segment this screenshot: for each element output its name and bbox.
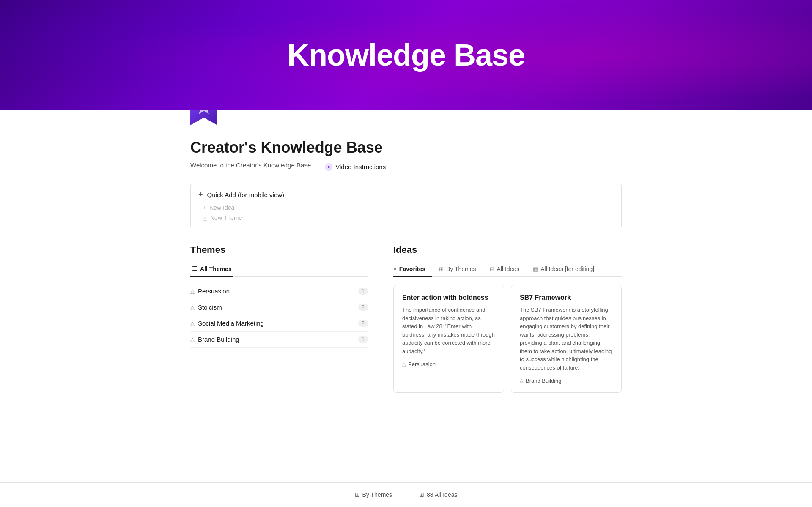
themes-tabs: ☰ All Themes [190, 262, 368, 277]
tag-triangle-icon-1: △ [520, 378, 523, 384]
ideas-tab-all-ideas[interactable]: ⊞ All Ideas [483, 262, 527, 277]
quick-add-new-theme[interactable]: △ New Theme [203, 214, 614, 221]
idea-card-title-1: SB7 Framework [520, 294, 613, 301]
quick-add-title: Quick Add (for mobile view) [207, 191, 285, 198]
ideas-tab-all-ideas-editing[interactable]: ▦ All Ideas [for editing] [526, 262, 601, 277]
triangle-icon: △ [190, 288, 195, 294]
idea-card-0[interactable]: Enter action with boldness The importanc… [393, 285, 504, 393]
themes-column: Themes ☰ All Themes △ Persuasion 1 [190, 244, 368, 393]
idea-card-title-0: Enter action with boldness [402, 294, 495, 301]
video-instructions-link[interactable]: Video Instructions [324, 163, 386, 171]
list-icon: ☰ [192, 266, 198, 272]
new-theme-label: New Theme [210, 214, 242, 221]
heart-icon: ♥ [393, 266, 397, 272]
theme-count-brand-building: 1 [358, 336, 368, 343]
themes-list: △ Persuasion 1 △ Stoicism 2 △ Social Med [190, 283, 368, 348]
ideas-tabs: ♥ Favorites ⊞ By Themes ⊞ All Ideas ▦ Al… [393, 262, 622, 277]
quick-add-header[interactable]: + Quick Add (for mobile view) [198, 190, 614, 199]
quick-add-new-idea[interactable]: + New Idea [203, 204, 614, 211]
ideas-section-title: Ideas [393, 244, 622, 255]
triangle-icon: △ [190, 320, 195, 326]
idea-card-tag-1: △ Brand Building [520, 378, 613, 384]
ideas-column: Ideas ♥ Favorites ⊞ By Themes ⊞ All Idea… [393, 244, 622, 393]
quick-add-section: + Quick Add (for mobile view) + New Idea… [190, 184, 622, 227]
all-ideas-tab-label: All Ideas [497, 266, 520, 272]
theme-count-social-media: 2 [358, 320, 368, 327]
quick-add-plus-icon: + [198, 190, 203, 199]
new-theme-triangle-icon: △ [203, 215, 207, 221]
ideas-tab-by-themes[interactable]: ⊞ By Themes [432, 262, 483, 277]
quick-add-items: + New Idea △ New Theme [198, 204, 614, 221]
new-idea-label: New Idea [209, 204, 234, 211]
idea-card-desc-1: The SB7 Framework is a storytelling appr… [520, 306, 613, 372]
theme-name-persuasion: △ Persuasion [190, 288, 230, 295]
two-col-layout: Themes ☰ All Themes △ Persuasion 1 [190, 244, 622, 393]
theme-row-persuasion[interactable]: △ Persuasion 1 [190, 283, 368, 299]
page-subtitle: Welcome to the Creator's Knowledge Base [190, 162, 311, 169]
themes-tab-all[interactable]: ☰ All Themes [190, 262, 233, 277]
page-meta: Welcome to the Creator's Knowledge Base … [190, 162, 622, 172]
theme-label: Brand Building [198, 336, 239, 343]
idea-card-1[interactable]: SB7 Framework The SB7 Framework is a sto… [511, 285, 622, 393]
page-title: Creator's Knowledge Base [190, 139, 622, 156]
theme-row-brand-building[interactable]: △ Brand Building 1 [190, 332, 368, 348]
theme-name-brand-building: △ Brand Building [190, 336, 239, 343]
theme-name-social-media: △ Social Media Marketing [190, 320, 264, 327]
all-ideas-editing-tab-label: All Ideas [for editing] [540, 266, 594, 272]
idea-card-tag-0: △ Persuasion [402, 361, 495, 367]
theme-label: Persuasion [198, 288, 230, 295]
hero-title: Knowledge Base [287, 38, 525, 72]
ideas-tab-favorites[interactable]: ♥ Favorites [393, 262, 432, 277]
theme-name-stoicism: △ Stoicism [190, 304, 222, 311]
idea-card-tag-label-0: Persuasion [408, 361, 436, 367]
ideas-cards-grid: Enter action with boldness The importanc… [393, 285, 622, 393]
theme-row-stoicism[interactable]: △ Stoicism 2 [190, 299, 368, 315]
grid-icon: ⊞ [439, 266, 444, 272]
theme-row-social-media[interactable]: △ Social Media Marketing 2 [190, 315, 368, 332]
tag-triangle-icon: △ [402, 362, 406, 367]
all-themes-label: All Themes [200, 266, 232, 272]
triangle-icon: △ [190, 304, 195, 310]
themes-section-title: Themes [190, 244, 368, 255]
theme-label: Stoicism [198, 304, 222, 311]
new-idea-plus-icon: + [203, 204, 206, 211]
hero-banner: Knowledge Base [0, 0, 812, 110]
grid-icon-2: ⊞ [490, 266, 494, 272]
idea-card-tag-label-1: Brand Building [526, 378, 562, 384]
video-instructions-label: Video Instructions [335, 163, 386, 170]
theme-count-stoicism: 2 [358, 304, 368, 311]
play-icon [324, 163, 333, 171]
theme-label: Social Media Marketing [198, 320, 264, 327]
favorites-tab-label: Favorites [399, 266, 425, 272]
theme-count-persuasion: 1 [358, 288, 368, 295]
by-themes-tab-label: By Themes [446, 266, 476, 272]
table-icon: ▦ [533, 266, 538, 272]
triangle-icon: △ [190, 336, 195, 343]
idea-card-desc-0: The importance of confidence and decisiv… [402, 306, 495, 355]
